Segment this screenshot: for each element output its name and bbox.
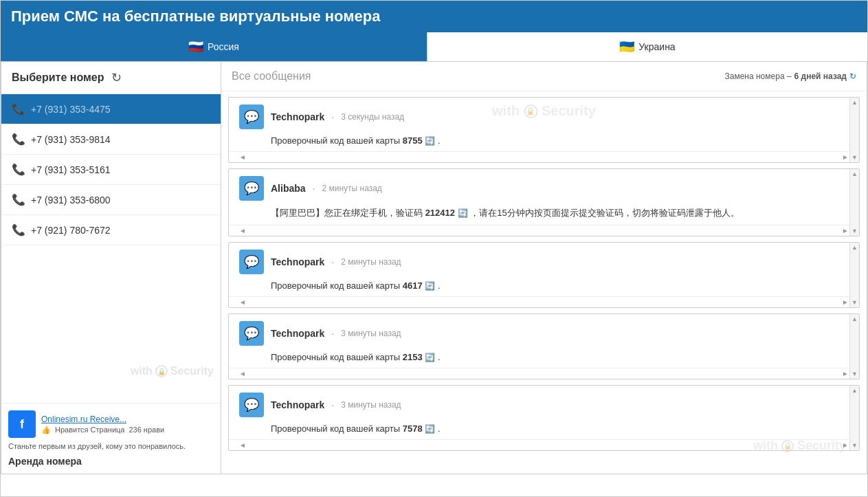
msg-dot-1: ·	[313, 183, 315, 194]
message-list: 💬 Technopark · 3 секунды назад Проверочн…	[221, 97, 867, 451]
msg-body-3: Проверочный код вашей карты 2153 🔄 .	[229, 349, 859, 368]
msg-text-2: Проверочный код вашей карты	[271, 280, 400, 291]
msg-scroll-4: ◄►	[229, 439, 859, 450]
msg-scrollbar-1[interactable]: ▲ ▼	[849, 169, 859, 236]
msg-dot-0: ·	[331, 111, 334, 122]
msg-scrollbar-0[interactable]: ▲ ▼	[849, 98, 859, 162]
social-page-name[interactable]: Onlinesim.ru Receive...	[41, 415, 164, 424]
msg-icon-3: 💬	[239, 321, 264, 346]
msg-link-icon-2[interactable]: 🔄	[425, 281, 435, 291]
msg-text-4: Проверочный код вашей карты	[271, 423, 400, 434]
msg-text-3: Проверочный код вашей карты	[271, 352, 400, 362]
msg-suffix-0: .	[438, 135, 441, 146]
refresh-button[interactable]: ↻	[111, 70, 122, 85]
msg-header-1: 💬 Alibaba · 2 минуты назад	[229, 169, 859, 204]
msg-scrollbar-4[interactable]: ▲ ▼	[849, 386, 859, 450]
msg-dot-4: ·	[331, 399, 334, 410]
phone-number-1: +7 (931) 353-9814	[31, 134, 111, 145]
msg-body-1: 【阿里巴巴】您正在绑定手机，验证码 212412 🔄 ，请在15分钟内按页面提示…	[229, 204, 859, 225]
flag-ukraine-icon: 🇺🇦	[619, 39, 634, 54]
sidebar: Выберите номер ↻ 📞 +7 (931) 353-4475 📞 +…	[1, 62, 221, 474]
msg-scrollbar-2[interactable]: ▲ ▼	[849, 243, 859, 307]
msg-icon-1: 💬	[239, 176, 264, 201]
msg-sender-2: Technopark	[271, 256, 324, 267]
msg-body-0: Проверочный код вашей карты 8755 🔄 .	[229, 133, 859, 151]
msg-sender-3: Technopark	[271, 328, 324, 339]
msg-icon-2: 💬	[239, 250, 264, 274]
msg-sender-0: Technopark	[271, 111, 324, 122]
msg-time-3: 3 минуты назад	[341, 329, 401, 338]
msg-sender-4: Technopark	[271, 399, 324, 410]
phone-icon-2: 📞	[12, 163, 25, 176]
messages-header: Все сообщения Замена номера – 6 дней наз…	[221, 62, 867, 91]
msg-link-icon-1[interactable]: 🔄	[458, 208, 468, 218]
message-card-1: 💬 Alibaba · 2 минуты назад 【阿里巴巴】您正在绑定手机…	[228, 168, 860, 236]
phone-item-3[interactable]: 📞 +7 (931) 353-6800	[1, 185, 221, 215]
phone-item-0[interactable]: 📞 +7 (931) 353-4475	[1, 94, 221, 124]
msg-sender-1: Alibaba	[271, 183, 306, 194]
like-count: 236 нрави	[129, 426, 164, 434]
number-change-label: Замена номера –	[725, 71, 792, 81]
msg-icon-4: 💬	[239, 393, 264, 417]
message-card-2: 💬 Technopark · 2 минуты назад Проверочны…	[228, 242, 860, 308]
tab-russia[interactable]: 🇷🇺 Россия	[1, 32, 427, 61]
messages-panel: Все сообщения Замена номера – 6 дней наз…	[221, 62, 867, 474]
social-likes-row: 👍 Нравится Страница 236 нрави	[41, 426, 164, 434]
msg-link-icon-4[interactable]: 🔄	[425, 424, 435, 434]
msg-dot-2: ·	[331, 256, 334, 267]
msg-code-2: 4617	[403, 280, 423, 291]
flag-russia-icon: 🇷🇺	[188, 39, 203, 54]
phone-item-4[interactable]: 📞 +7 (921) 780-7672	[1, 215, 221, 245]
msg-scroll-2: ◄►	[229, 296, 859, 307]
phone-number-4: +7 (921) 780-7672	[31, 225, 111, 236]
msg-dot-3: ·	[331, 328, 334, 339]
phone-icon-4: 📞	[12, 223, 25, 236]
msg-time-2: 2 минуты назад	[341, 257, 401, 267]
msg-link-icon-3[interactable]: 🔄	[425, 353, 435, 362]
social-logo: f	[8, 410, 36, 438]
messages-title: Все сообщения	[232, 70, 311, 82]
number-change: Замена номера – 6 дней назад ↻	[725, 71, 857, 81]
msg-text-1: 【阿里巴巴】您正在绑定手机，验证码	[271, 208, 423, 218]
msg-suffix-4: .	[438, 423, 441, 434]
rent-link[interactable]: Аренда номера	[8, 450, 214, 467]
msg-time-4: 3 минуты назад	[341, 400, 401, 410]
phone-list: 📞 +7 (931) 353-4475 📞 +7 (931) 353-9814 …	[1, 94, 221, 403]
tab-ukraine[interactable]: 🇺🇦 Украина	[427, 32, 867, 61]
page-title: Прием СМС на бесплатные виртуальные номе…	[11, 8, 380, 25]
message-card-0: 💬 Technopark · 3 секунды назад Проверочн…	[228, 97, 860, 163]
msg-suffix-2: .	[438, 280, 441, 291]
phone-icon-0: 📞	[12, 102, 25, 115]
msg-code-0: 8755	[403, 135, 423, 146]
phone-icon-3: 📞	[12, 193, 25, 206]
msg-suffix-1: ，请在15分钟内按页面提示提交验证码，切勿将验证码泄露于他人。	[470, 208, 739, 218]
msg-code-3: 2153	[403, 352, 423, 362]
msg-text-0: Проверочный код вашей карты	[271, 135, 400, 146]
msg-header-0: 💬 Technopark · 3 секунды назад	[229, 98, 859, 133]
phone-icon-1: 📞	[12, 133, 25, 146]
sidebar-header-text: Выберите номер	[12, 71, 104, 84]
msg-code-1: 212412	[425, 208, 455, 218]
phone-item-2[interactable]: 📞 +7 (931) 353-5161	[1, 155, 221, 185]
msg-header-3: 💬 Technopark · 3 минуты назад	[229, 314, 859, 349]
msg-scroll-3: ◄►	[229, 368, 859, 379]
msg-time-0: 3 секунды назад	[341, 112, 404, 122]
social-widget: f Onlinesim.ru Receive... 👍 Нравится Стр…	[1, 403, 221, 474]
tab-ukraine-label: Украина	[638, 41, 675, 52]
social-page-info: Onlinesim.ru Receive... 👍 Нравится Стран…	[41, 415, 164, 434]
friends-text: Станьте первым из друзей, кому это понра…	[8, 442, 214, 450]
msg-scroll-1: ◄►	[229, 225, 859, 236]
phone-number-3: +7 (931) 353-6800	[31, 195, 111, 206]
fb-icon: 👍	[41, 426, 51, 434]
msg-scrollbar-3[interactable]: ▲ ▼	[849, 314, 859, 379]
msg-code-4: 7578	[403, 423, 423, 434]
phone-item-1[interactable]: 📞 +7 (931) 353-9814	[1, 124, 221, 155]
message-card-3: 💬 Technopark · 3 минуты назад Проверочны…	[228, 313, 860, 379]
msg-link-icon-0[interactable]: 🔄	[425, 136, 435, 146]
msg-body-4: Проверочный код вашей карты 7578 🔄 .	[229, 421, 859, 439]
msg-scroll-0: ◄►	[229, 151, 859, 162]
refresh-number-icon[interactable]: ↻	[849, 71, 856, 81]
tab-russia-label: Россия	[208, 41, 239, 52]
phone-number-2: +7 (931) 353-5161	[31, 164, 111, 175]
msg-suffix-3: .	[438, 352, 441, 362]
